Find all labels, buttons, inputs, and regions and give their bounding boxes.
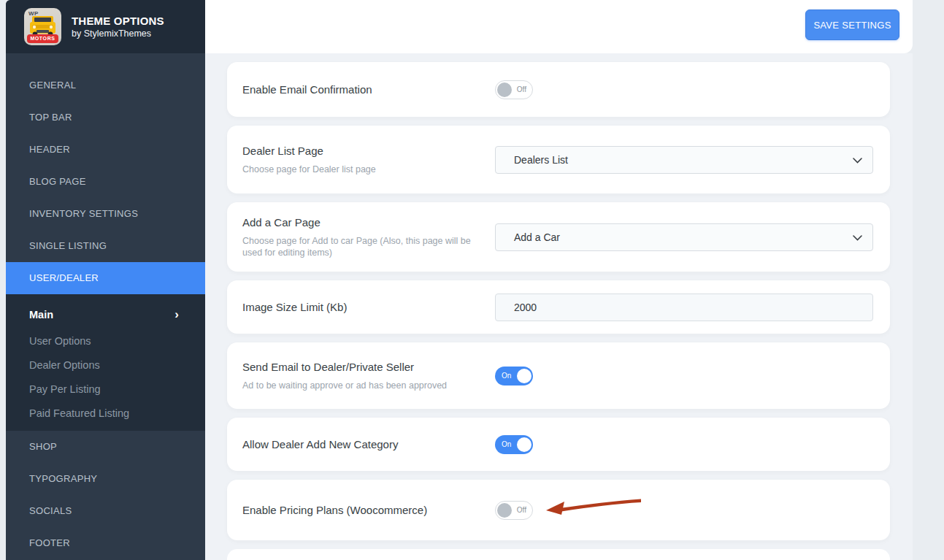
setting-description: Ad to be waiting approve or ad has been … [242,380,476,391]
setting-label: Enable Pricing Plans (Woocommerce) [242,503,495,518]
chevron-right-icon: › [174,300,179,329]
toggle-state-label: Off [517,502,526,519]
sidebar-item-single-listing[interactable]: SINGLE LISTING [6,230,205,262]
setting-label: Add a Car Page [242,215,495,230]
setting-row-partial [227,549,890,560]
page-subtitle: by StylemixThemes [72,28,164,39]
save-settings-button[interactable]: SAVE SETTINGS [805,9,899,40]
toggle-state-label: On [502,435,511,454]
top-header-bar: SAVE SETTINGS [205,0,913,53]
app-title-block: THEME OPTIONS by StylemixThemes [72,14,164,39]
allow-dealer-category-toggle[interactable]: On [495,435,533,454]
submenu-main-label: Main [29,309,53,321]
setting-description: Choose page for Add to car Page (Also, t… [242,235,476,258]
send-email-dealer-toggle[interactable]: On [495,367,533,386]
image-size-limit-input[interactable] [495,294,873,321]
sidebar: WP MOTORS THEME OPTIONS by StylemixTheme… [6,0,205,560]
submenu-item-main[interactable]: Main › [6,300,205,329]
select-value: Dealers List [514,154,568,166]
setting-label: Image Size Limit (Kb) [242,300,495,315]
setting-description: Choose page for Dealer list page [242,164,476,175]
toggle-state-label: Off [517,81,526,99]
settings-content: Enable Email Confirmation Off Dealer Lis… [205,53,913,560]
setting-row-send-email-dealer: Send Email to Dealer/Private Seller Ad t… [227,342,890,409]
theme-options-page: WP MOTORS THEME OPTIONS by StylemixTheme… [0,0,944,560]
toggle-knob [497,503,512,518]
submenu-item-user-options[interactable]: User Options [6,329,205,353]
motors-logo-icon: WP MOTORS [24,8,61,45]
toggle-knob [497,83,512,97]
sidebar-item-inventory-settings[interactable]: INVENTORY SETTINGS [6,198,205,230]
setting-label: Dealer List Page [242,144,495,158]
chevron-down-icon [853,235,862,241]
email-confirmation-toggle[interactable]: Off [495,80,533,99]
setting-row-enable-pricing-plans: Enable Pricing Plans (Woocommerce) Off [227,480,890,540]
setting-row-enable-email-confirmation: Enable Email Confirmation Off [227,62,890,117]
setting-row-allow-dealer-category: Allow Dealer Add New Category On [227,418,890,471]
toggle-state-label: On [502,367,511,386]
sidebar-nav-top: GENERAL TOP BAR HEADER BLOG PAGE INVENTO… [6,53,205,262]
submenu-item-dealer-options[interactable]: Dealer Options [6,353,205,377]
pricing-plans-toggle[interactable]: Off [495,501,533,520]
sidebar-item-general[interactable]: GENERAL [6,69,205,101]
sidebar-item-socials[interactable]: SOCIALS [6,495,205,527]
sidebar-item-top-bar[interactable]: TOP BAR [6,101,205,134]
sidebar-nav-bottom: SHOP TYPOGRAPHY SOCIALS FOOTER [6,431,205,559]
setting-row-dealer-list-page: Dealer List Page Choose page for Dealer … [227,126,890,193]
dealer-list-page-select[interactable]: Dealers List [495,146,873,174]
sidebar-logo-header: WP MOTORS THEME OPTIONS by StylemixTheme… [6,0,205,53]
submenu-item-paid-featured-listing[interactable]: Paid Featured Listing [6,402,205,426]
submenu-item-pay-per-listing[interactable]: Pay Per Listing [6,377,205,402]
add-a-car-page-select[interactable]: Add a Car [495,223,873,251]
sidebar-item-user-dealer[interactable]: USER/DEALER [6,262,205,294]
sidebar-item-blog-page[interactable]: BLOG PAGE [6,166,205,198]
chevron-down-icon [853,158,862,164]
sidebar-submenu: Main › User Options Dealer Options Pay P… [6,294,205,431]
setting-row-add-a-car-page: Add a Car Page Choose page for Add to ca… [227,202,890,272]
toggle-knob [517,437,532,452]
sidebar-item-header[interactable]: HEADER [6,134,205,166]
sidebar-item-shop[interactable]: SHOP [6,431,205,463]
setting-label: Allow Dealer Add New Category [242,437,495,452]
select-value: Add a Car [514,231,560,243]
sidebar-item-footer[interactable]: FOOTER [6,527,205,559]
page-title: THEME OPTIONS [72,14,164,28]
setting-row-image-size-limit: Image Size Limit (Kb) [227,280,890,334]
setting-label: Enable Email Confirmation [242,83,495,97]
setting-label: Send Email to Dealer/Private Seller [242,360,495,375]
sidebar-item-typography[interactable]: TYPOGRAPHY [6,463,205,495]
toggle-knob [517,369,532,383]
motors-badge: MOTORS [27,34,58,43]
